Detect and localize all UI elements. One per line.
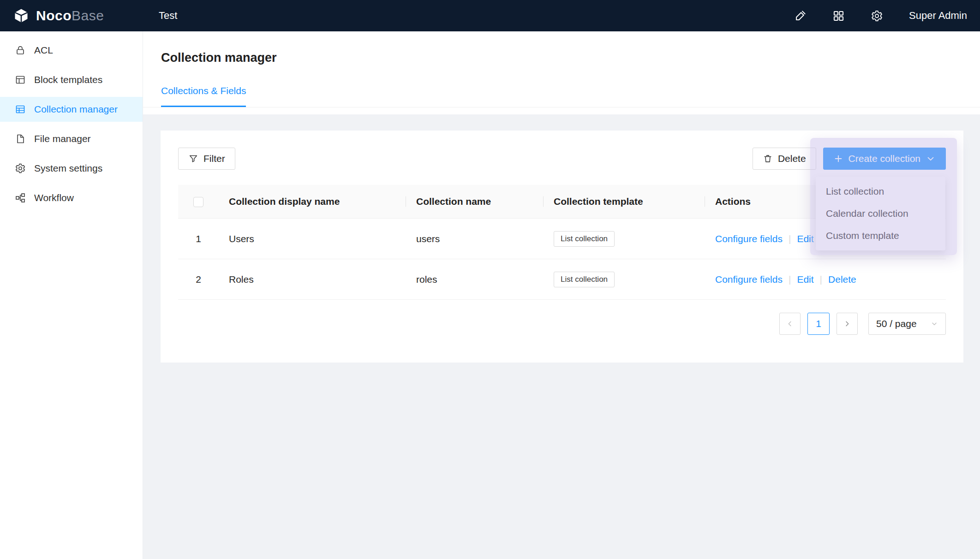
action-divider: |: [789, 274, 791, 285]
page-title: Collection manager: [143, 31, 980, 65]
sidebar-item-label: Collection manager: [34, 104, 118, 115]
nav-menu-test[interactable]: Test: [143, 0, 193, 31]
create-collection-label: Create collection: [849, 153, 920, 164]
highlighter-icon[interactable]: [794, 10, 807, 22]
create-collection-button[interactable]: Create collection: [823, 148, 946, 170]
navbar-right: Super Admin: [794, 10, 980, 22]
create-collection-menu: List collection Calendar collection Cust…: [816, 177, 945, 250]
sidebar-item-block-templates[interactable]: Block templates: [0, 67, 143, 92]
sidebar-item-label: Block templates: [34, 74, 102, 85]
chevron-down-icon: [931, 320, 938, 327]
menu-item-list-collection[interactable]: List collection: [816, 180, 945, 202]
filter-button-label: Filter: [203, 153, 225, 164]
sidebar-item-label: File manager: [34, 133, 91, 144]
chevron-down-icon: [926, 154, 936, 164]
edit-link[interactable]: Edit: [797, 274, 813, 285]
brand-name-light: Base: [72, 8, 104, 23]
delete-button[interactable]: Delete: [753, 148, 816, 170]
card-toolbar: Filter Delete: [178, 148, 946, 170]
sidebar-item-workflow[interactable]: Workflow: [0, 185, 143, 210]
sidebar-item-collection-manager[interactable]: Collection manager: [0, 97, 143, 122]
sidebar-item-system-settings[interactable]: System settings: [0, 156, 143, 181]
page-size-select[interactable]: 50 / page: [868, 313, 946, 335]
collection-display-name: Roles: [219, 274, 406, 285]
plus-icon: [833, 154, 843, 164]
workflow-icon: [15, 192, 26, 203]
layout-icon: [15, 74, 26, 85]
page-size-value: 50 / page: [876, 318, 917, 329]
template-tag: List collection: [554, 272, 615, 287]
nocobase-logo-icon: [13, 7, 30, 24]
collection-display-name: Users: [219, 233, 406, 244]
toolbar-right: Delete Create collection: [753, 148, 946, 170]
column-header: Collection template: [544, 196, 705, 207]
pagination: 1 50 / page: [779, 313, 946, 335]
collection-name: roles: [406, 274, 544, 285]
row-index: 1: [178, 233, 219, 244]
action-divider: |: [820, 274, 822, 285]
column-header: Collection name: [406, 196, 544, 207]
gear-icon: [15, 163, 26, 174]
brand-name: NocoBase: [36, 8, 104, 24]
configure-fields-link[interactable]: Configure fields: [715, 274, 783, 285]
sidebar-item-label: System settings: [34, 163, 102, 174]
template-tag: List collection: [554, 231, 615, 247]
filter-button[interactable]: Filter: [178, 148, 235, 170]
lock-icon: [15, 45, 26, 56]
column-header: Collection display name: [219, 196, 406, 207]
file-icon: [15, 133, 26, 144]
sidebar-item-label: Workflow: [34, 192, 74, 203]
brand-name-bold: Noco: [36, 8, 72, 23]
select-all-checkbox[interactable]: [193, 197, 203, 207]
edit-link[interactable]: Edit: [797, 233, 813, 244]
gear-icon[interactable]: [871, 10, 883, 22]
pagination-prev-button[interactable]: [779, 313, 801, 335]
row-actions: Configure fields|Edit|Delete: [705, 274, 946, 285]
select-all-cell: [178, 196, 219, 207]
delete-link[interactable]: Delete: [828, 274, 856, 285]
row-index: 2: [178, 274, 219, 285]
menu-item-calendar-collection[interactable]: Calendar collection: [816, 202, 945, 225]
brand[interactable]: NocoBase: [0, 7, 143, 24]
collection-name: users: [406, 233, 544, 244]
sidebar-item-acl[interactable]: ACL: [0, 38, 143, 63]
configure-fields-link[interactable]: Configure fields: [715, 233, 783, 244]
tabs-bar: Collections & Fields: [143, 85, 980, 107]
menu-item-custom-template[interactable]: Custom template: [816, 225, 945, 247]
table-icon: [15, 104, 26, 115]
table-row: 2 Roles roles List collection Configure …: [178, 259, 946, 300]
pagination-page-1[interactable]: 1: [807, 313, 830, 335]
tab-collections-fields[interactable]: Collections & Fields: [161, 85, 246, 107]
trash-icon: [763, 154, 773, 164]
top-navbar: NocoBase Test Super Admin: [0, 0, 980, 31]
pagination-next-button[interactable]: [837, 313, 858, 335]
sidebar-item-label: ACL: [34, 45, 53, 56]
collection-template-cell: List collection: [544, 231, 705, 247]
action-divider: |: [789, 233, 791, 244]
collection-template-cell: List collection: [544, 272, 705, 287]
blocks-grid-icon[interactable]: [832, 10, 845, 22]
sidebar-item-file-manager[interactable]: File manager: [0, 126, 143, 151]
filter-funnel-icon: [188, 154, 198, 164]
sidebar: ACL Block templates Collection manager: [0, 31, 143, 559]
app-root: NocoBase Test Super Admin: [0, 0, 980, 559]
current-user[interactable]: Super Admin: [909, 10, 967, 22]
delete-button-label: Delete: [778, 153, 806, 164]
